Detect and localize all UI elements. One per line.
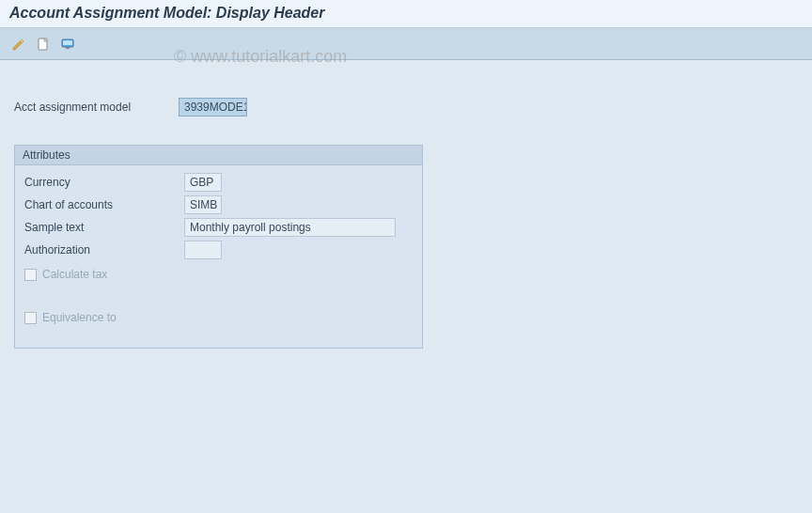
chart-label: Chart of accounts [24, 198, 184, 211]
attributes-header: Attributes [15, 146, 422, 165]
attributes-content: Currency GBP Chart of accounts SIMB Samp… [15, 165, 422, 329]
attributes-group: Attributes Currency GBP Chart of account… [14, 145, 423, 349]
equiv-row: Equivalence to [24, 306, 413, 329]
currency-value[interactable]: GBP [184, 173, 222, 192]
page-header: Account Assignment Model: Display Header [0, 0, 812, 28]
sample-value[interactable]: Monthly payroll postings [184, 218, 396, 237]
currency-label: Currency [24, 176, 184, 189]
spacer [24, 286, 413, 304]
calc-tax-label: Calculate tax [42, 268, 107, 281]
calc-tax-checkbox[interactable] [24, 269, 37, 281]
auth-label: Authorization [24, 243, 184, 256]
auth-value[interactable] [184, 241, 222, 259]
toolbar [0, 28, 812, 60]
change-display-icon[interactable] [9, 35, 28, 54]
model-value[interactable]: 3939MODE1 [179, 98, 247, 117]
model-label: Acct assignment model [14, 101, 179, 114]
auth-row: Authorization [24, 239, 413, 261]
equiv-label: Equivalence to [42, 311, 117, 324]
chart-value[interactable]: SIMB [184, 195, 222, 214]
calc-tax-row: Calculate tax [24, 263, 413, 286]
chart-row: Chart of accounts SIMB [24, 194, 413, 216]
currency-row: Currency GBP [24, 171, 413, 194]
equiv-checkbox[interactable] [24, 312, 37, 324]
screen-variant-icon[interactable] [58, 35, 77, 54]
svg-rect-3 [66, 47, 70, 49]
create-icon[interactable] [34, 35, 53, 54]
content-area: Acct assignment model 3939MODE1 Attribut… [0, 60, 812, 358]
model-field-row: Acct assignment model 3939MODE1 [14, 98, 803, 117]
svg-rect-2 [63, 40, 72, 45]
sample-label: Sample text [24, 221, 184, 234]
page-title: Account Assignment Model: Display Header [9, 5, 324, 22]
sample-row: Sample text Monthly payroll postings [24, 216, 413, 239]
